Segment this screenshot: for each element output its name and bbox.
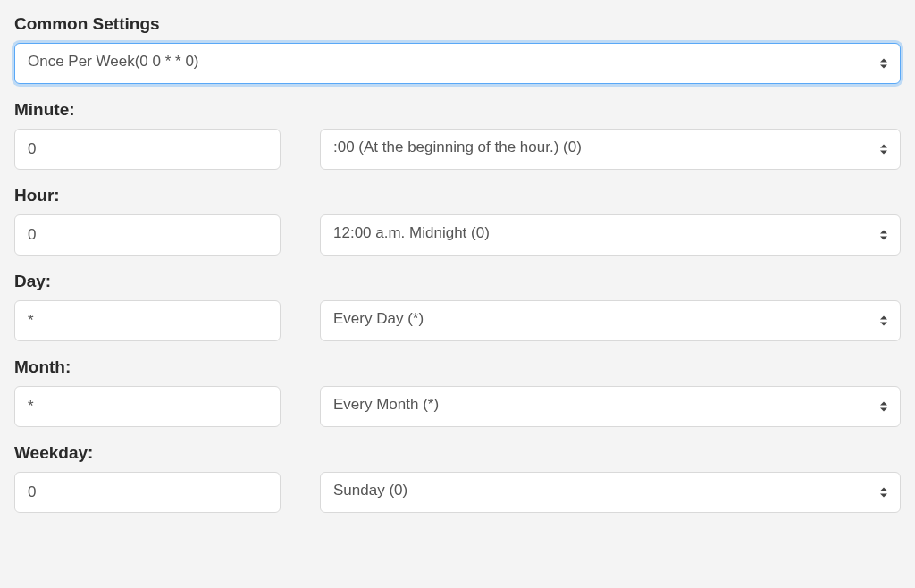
weekday-section: Weekday: Sunday (0) (14, 443, 901, 513)
day-input[interactable] (14, 300, 281, 341)
month-select[interactable]: Every Month (*) (320, 386, 901, 427)
day-select[interactable]: Every Day (*) (320, 300, 901, 341)
minute-row: :00 (At the beginning of the hour.) (0) (14, 129, 901, 170)
hour-select-wrapper: 12:00 a.m. Midnight (0) (320, 214, 901, 256)
minute-select-wrapper: :00 (At the beginning of the hour.) (0) (320, 129, 901, 170)
hour-input[interactable] (14, 214, 281, 256)
month-row: Every Month (*) (14, 386, 901, 427)
month-select-wrapper: Every Month (*) (320, 386, 901, 427)
weekday-select-wrapper: Sunday (0) (320, 472, 901, 513)
minute-section: Minute: :00 (At the beginning of the hou… (14, 100, 901, 170)
weekday-row: Sunday (0) (14, 472, 901, 513)
month-input[interactable] (14, 386, 281, 427)
day-label: Day: (14, 272, 901, 291)
common-settings-section: Common Settings Once Per Week(0 0 * * 0) (14, 14, 901, 84)
minute-select[interactable]: :00 (At the beginning of the hour.) (0) (320, 129, 901, 170)
hour-select[interactable]: 12:00 a.m. Midnight (0) (320, 214, 901, 256)
hour-label: Hour: (14, 186, 901, 206)
common-settings-select[interactable]: Once Per Week(0 0 * * 0) (14, 43, 901, 84)
common-settings-label: Common Settings (14, 14, 901, 34)
day-section: Day: Every Day (*) (14, 272, 901, 341)
common-settings-select-wrapper: Once Per Week(0 0 * * 0) (14, 43, 901, 84)
hour-section: Hour: 12:00 a.m. Midnight (0) (14, 186, 901, 256)
month-label: Month: (14, 357, 901, 377)
hour-row: 12:00 a.m. Midnight (0) (14, 214, 901, 256)
minute-input[interactable] (14, 129, 281, 170)
day-row: Every Day (*) (14, 300, 901, 341)
day-select-wrapper: Every Day (*) (320, 300, 901, 341)
month-section: Month: Every Month (*) (14, 357, 901, 427)
weekday-input[interactable] (14, 472, 281, 513)
minute-label: Minute: (14, 100, 901, 120)
weekday-select[interactable]: Sunday (0) (320, 472, 901, 513)
weekday-label: Weekday: (14, 443, 901, 463)
